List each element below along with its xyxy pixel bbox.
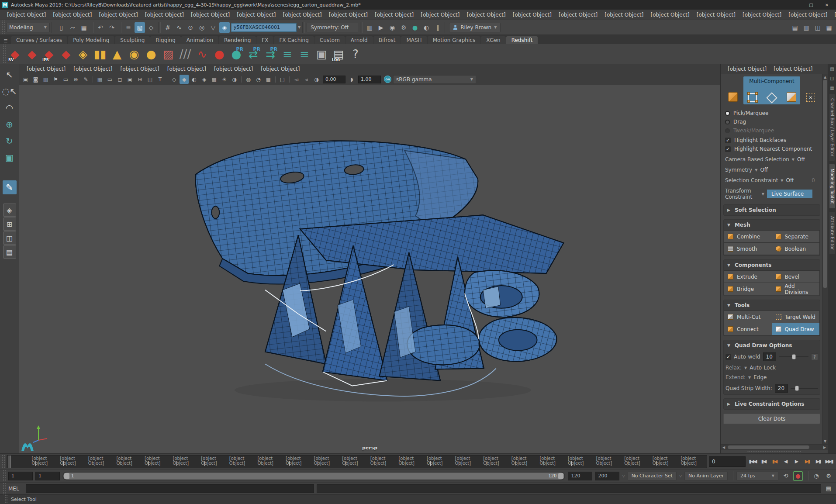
bookmark-icon[interactable]	[51, 75, 60, 84]
toolkit-button[interactable]: Bevel	[772, 271, 820, 283]
undo-icon[interactable]	[95, 22, 106, 33]
dock-tab[interactable]: Attribute Editor	[829, 212, 835, 254]
timeline-ruler[interactable]: [object Object][object Object][object Ob…	[7, 455, 707, 468]
play-backwards-button[interactable]: ◀	[780, 456, 791, 467]
shelf-tab[interactable]: FX	[256, 36, 273, 44]
shelf-grip[interactable]	[3, 44, 6, 64]
symmetry-select[interactable]: Symmetry: Off	[307, 23, 358, 32]
group-separator[interactable]	[158, 22, 161, 33]
redshift-area-light-icon[interactable]	[144, 46, 159, 62]
snap-curve-icon[interactable]	[174, 22, 184, 33]
redshift-pr-export-icon[interactable]: PR	[263, 46, 278, 62]
script-editor-icon[interactable]: ▤	[824, 484, 833, 494]
layout-four-pane[interactable]	[3, 217, 16, 231]
wireframe-on-shaded-icon[interactable]	[200, 75, 209, 84]
chevron-down-icon[interactable]: ▼	[298, 25, 301, 29]
toolkit-button[interactable]: Separate	[772, 231, 820, 242]
range-start-handle[interactable]	[64, 473, 69, 479]
shelf-tab[interactable]: Animation	[181, 36, 218, 44]
shelf-tab[interactable]: FX Caching	[274, 36, 314, 44]
menu-item[interactable]: [object Object]	[233, 10, 279, 19]
toolkit-button[interactable]: Extrude	[724, 271, 772, 283]
xray-icon[interactable]	[292, 75, 301, 84]
user-account-menu[interactable]: Riley Brown ▼	[449, 23, 501, 32]
pin-panel-icon[interactable]	[829, 75, 836, 82]
redshift-dome-light-icon[interactable]	[110, 46, 124, 62]
shelf-tab[interactable]: Sculpting	[115, 36, 150, 44]
menu-item[interactable]: [object Object]	[831, 10, 836, 19]
character-set-select[interactable]: No Character Set	[628, 472, 677, 480]
paint-select-tool[interactable]	[3, 101, 17, 115]
hypershade-icon[interactable]	[410, 22, 420, 33]
launch-render-setup-icon[interactable]	[421, 22, 432, 33]
redshift-lattice-icon[interactable]	[161, 46, 176, 62]
make-live-icon[interactable]	[219, 22, 230, 33]
dock-tab[interactable]: Channel Box / Layer Editor	[829, 94, 835, 161]
toolkit-button[interactable]: Add Divisions	[772, 283, 820, 295]
auto-weld-slider[interactable]	[779, 356, 808, 357]
shelf-tab[interactable]: Poly Modeling	[68, 36, 114, 44]
menu-item[interactable]: [object Object]	[785, 10, 831, 19]
toolkit-menu-item[interactable]: [object Object]	[770, 65, 816, 73]
color-management-on-badge[interactable]: ON	[384, 76, 391, 83]
quad-strip-width-slider[interactable]	[791, 388, 818, 389]
menu-item[interactable]: [object Object]	[142, 10, 187, 19]
viewport-canvas[interactable]: persp	[19, 85, 720, 453]
select-component-icon[interactable]	[146, 22, 156, 33]
slider-handle[interactable]	[795, 386, 799, 391]
extend-value[interactable]: Edge	[753, 374, 767, 380]
checkbox-option[interactable]: Highlight Backfaces	[723, 136, 820, 145]
menu-item[interactable]: [object Object]	[96, 10, 142, 19]
move-tool[interactable]	[3, 117, 17, 131]
edge-mode-button[interactable]	[763, 78, 781, 106]
scroll-left-icon[interactable]: ◀	[721, 445, 727, 449]
toggle-tool-settings-icon[interactable]	[801, 22, 812, 33]
new-scene-icon[interactable]	[56, 22, 66, 33]
play-forwards-button[interactable]: ▶	[791, 456, 801, 467]
lasso-tool[interactable]	[3, 84, 17, 98]
fog-icon[interactable]	[264, 75, 273, 84]
radio-option[interactable]: Tweak/Marquee	[723, 126, 820, 135]
camera-attributes-icon[interactable]	[41, 75, 50, 84]
group-separator[interactable]	[52, 22, 54, 33]
step-forward-frame-button[interactable]: ▶▮	[813, 456, 823, 467]
select-tool[interactable]	[3, 68, 17, 82]
viewport-menu-item[interactable]: [object Object]	[69, 65, 116, 73]
animation-preferences-icon[interactable]: ⚙	[824, 471, 833, 481]
occlusion-icon[interactable]	[244, 75, 253, 84]
gate-mask-icon[interactable]	[125, 75, 135, 84]
group-separator[interactable]	[119, 22, 121, 33]
motion-blur-icon[interactable]	[254, 75, 263, 84]
toolkit-button[interactable]: Multi-Cut	[724, 311, 772, 323]
step-forward-key-button[interactable]: ▶▮	[802, 456, 812, 467]
toolkit-vertical-scrollbar[interactable]: ▲ ▼	[822, 74, 828, 444]
radio-option[interactable]: Drag	[723, 117, 820, 126]
redshift-log-icon[interactable]: LOG	[331, 46, 346, 62]
toolkit-menu-item[interactable]: [object Object]	[724, 65, 770, 73]
toolkit-button[interactable]: Boolean	[772, 243, 820, 255]
scroll-down-icon[interactable]: ▼	[822, 438, 828, 444]
view-transform-select[interactable]: sRGB gamma ▼	[393, 75, 476, 84]
shelf-tab[interactable]: Bifrost	[373, 36, 401, 44]
anim-layer-select[interactable]: No Anim Layer	[684, 472, 728, 480]
toggle-channel-box-icon[interactable]	[812, 22, 823, 33]
menu-item[interactable]: [object Object]	[647, 10, 693, 19]
exposure-field[interactable]: 0.00	[323, 76, 345, 83]
safe-title-icon[interactable]	[155, 75, 165, 84]
menu-item[interactable]: [object Object]	[509, 10, 555, 19]
auto-weld-value[interactable]: 10	[763, 352, 776, 361]
group-separator[interactable]	[91, 22, 93, 33]
minimize-button[interactable]: ─	[788, 1, 803, 9]
shelf-tab[interactable]: Rendering	[219, 36, 256, 44]
animation-end-field[interactable]: 200	[595, 472, 619, 480]
shelf-tab[interactable]: Curves / Surfaces	[11, 36, 67, 44]
components-header[interactable]: ▼Components	[724, 260, 820, 270]
multi-component-button[interactable]: ✕	[802, 78, 819, 106]
timeline-grip[interactable]	[2, 455, 5, 468]
toolkit-button[interactable]: Combine	[724, 231, 772, 242]
redshift-hair-icon[interactable]	[178, 46, 193, 62]
menu-item[interactable]: [object Object]	[739, 10, 785, 19]
step-back-key-button[interactable]: ▮◀	[769, 456, 780, 467]
quad-strip-width-value[interactable]: 20	[775, 384, 788, 393]
quad-draw-tool[interactable]	[3, 180, 17, 194]
